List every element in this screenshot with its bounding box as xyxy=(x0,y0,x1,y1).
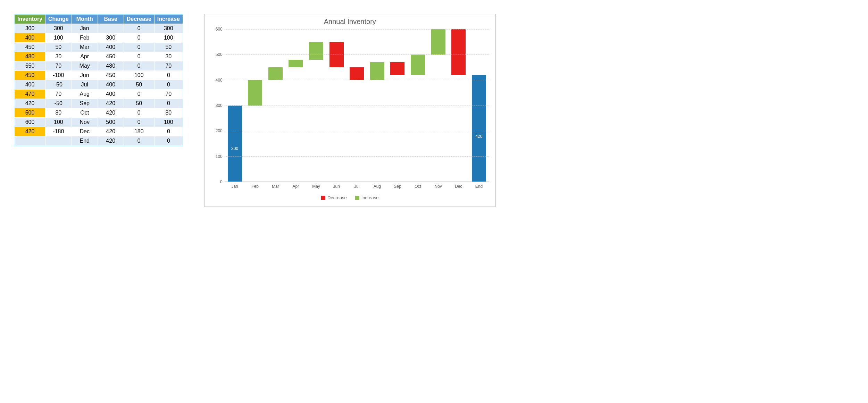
table-cell: 0 xyxy=(154,99,183,108)
table-cell: Mar xyxy=(72,43,98,52)
increase-bar xyxy=(309,42,323,60)
y-tick-label: 500 xyxy=(211,52,223,57)
table-cell: 80 xyxy=(154,108,183,118)
table-cell: Oct xyxy=(72,108,98,118)
table-cell: 0 xyxy=(154,80,183,90)
plot-grid: 300420 xyxy=(225,29,489,182)
table-cell: End xyxy=(72,136,98,146)
chart-title: Annual Inventory xyxy=(211,18,489,26)
table-cell: 300 xyxy=(15,24,45,33)
increase-bar xyxy=(248,80,262,105)
table-cell: 70 xyxy=(154,90,183,99)
table-cell: May xyxy=(72,61,98,71)
table-cell: 30 xyxy=(45,52,72,61)
x-tick-label: Oct xyxy=(408,184,428,189)
x-tick-label: Apr xyxy=(286,184,306,189)
table-cell: 0 xyxy=(124,24,154,33)
table-cell: Nov xyxy=(72,118,98,127)
table-cell: -50 xyxy=(45,80,72,90)
table-cell: Jan xyxy=(72,24,98,33)
y-tick-label: 400 xyxy=(211,78,223,83)
x-tick-label: Jul xyxy=(347,184,367,189)
table-cell: 450 xyxy=(15,43,45,52)
table-cell xyxy=(45,136,72,146)
bar-value-label: 300 xyxy=(228,146,242,151)
increase-bar xyxy=(411,54,425,75)
table-cell: 0 xyxy=(124,90,154,99)
table-cell: Dec xyxy=(72,127,98,136)
table-cell: Sep xyxy=(72,99,98,108)
decrease-bar xyxy=(390,62,404,75)
table-cell: 50 xyxy=(154,43,183,52)
legend-item-increase: Increase xyxy=(355,195,379,200)
table-cell: 300 xyxy=(45,24,72,33)
table-cell: -50 xyxy=(45,99,72,108)
waterfall-chart: Annual Inventory 0100200300400500600 300… xyxy=(204,14,496,207)
table-cell: 300 xyxy=(154,24,183,33)
col-header: Decrease xyxy=(124,15,154,24)
legend-label: Increase xyxy=(361,195,379,200)
col-header: Change xyxy=(45,15,72,24)
x-tick-label: Dec xyxy=(449,184,469,189)
table-cell: Apr xyxy=(72,52,98,61)
table-cell: 420 xyxy=(98,99,124,108)
table-cell: 50 xyxy=(124,80,154,90)
y-tick-label: 300 xyxy=(211,103,223,108)
x-tick-label: Sep xyxy=(387,184,408,189)
increase-bar xyxy=(431,29,445,54)
table-cell: 420 xyxy=(98,127,124,136)
table-cell: 400 xyxy=(15,80,45,90)
table-cell: 420 xyxy=(15,127,45,136)
table-cell: 0 xyxy=(124,52,154,61)
decrease-bar xyxy=(451,29,466,75)
increase-bar xyxy=(289,60,303,67)
table-cell: 480 xyxy=(98,61,124,71)
table-cell: 100 xyxy=(154,118,183,127)
table-cell: Aug xyxy=(72,90,98,99)
decrease-bar xyxy=(350,67,364,80)
table-cell: Jul xyxy=(72,80,98,90)
table-cell: 0 xyxy=(124,33,154,43)
col-header: Increase xyxy=(154,15,183,24)
table-cell: 400 xyxy=(98,80,124,90)
x-tick-label: Aug xyxy=(367,184,387,189)
table-cell: -180 xyxy=(45,127,72,136)
table-cell: 100 xyxy=(124,71,154,80)
y-tick-label: 200 xyxy=(211,128,223,133)
table-cell: Jun xyxy=(72,71,98,80)
x-tick-label: Nov xyxy=(428,184,449,189)
table-cell: 50 xyxy=(124,99,154,108)
x-tick-label: Jun xyxy=(326,184,347,189)
legend-label: Decrease xyxy=(327,195,347,200)
table-cell: 400 xyxy=(98,90,124,99)
increase-bar xyxy=(268,67,283,80)
table-cell: 50 xyxy=(45,43,72,52)
y-axis: 0100200300400500600 xyxy=(211,29,225,182)
table-cell: 0 xyxy=(124,108,154,118)
table-cell: 0 xyxy=(124,118,154,127)
table-cell: 550 xyxy=(15,61,45,71)
x-axis: JanFebMarAprMayJunJulAugSepOctNovDecEnd xyxy=(225,182,489,189)
table-cell: 100 xyxy=(45,33,72,43)
table-cell: 450 xyxy=(98,52,124,61)
table-cell: 450 xyxy=(98,71,124,80)
swatch-increase-icon xyxy=(355,196,359,200)
table-cell: 500 xyxy=(98,118,124,127)
table-cell: 0 xyxy=(154,71,183,80)
table-cell: 0 xyxy=(124,43,154,52)
table-cell: 0 xyxy=(124,61,154,71)
legend-item-decrease: Decrease xyxy=(321,195,347,200)
table-cell: 0 xyxy=(154,136,183,146)
swatch-decrease-icon xyxy=(321,196,325,200)
table-cell: 100 xyxy=(45,118,72,127)
table-cell: 470 xyxy=(15,90,45,99)
total-bar: 420 xyxy=(472,75,486,182)
bar-value-label: 420 xyxy=(472,134,486,139)
y-tick-label: 100 xyxy=(211,154,223,159)
table-cell: 420 xyxy=(98,108,124,118)
table-cell: 450 xyxy=(15,71,45,80)
table-cell: 80 xyxy=(45,108,72,118)
table-cell: -100 xyxy=(45,71,72,80)
table-cell: 70 xyxy=(154,61,183,71)
inventory-table: InventoryChangeMonthBaseDecreaseIncrease… xyxy=(14,14,183,146)
